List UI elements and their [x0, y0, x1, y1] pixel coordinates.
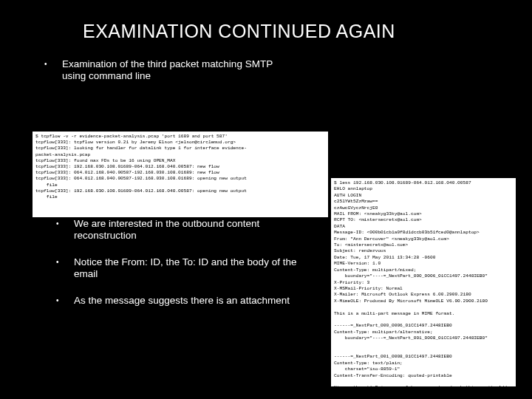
- bullet-dot-icon: •: [56, 256, 74, 268]
- bullet-text: We are interested in the outbound conten…: [74, 218, 310, 242]
- bullet-dot-icon: •: [44, 58, 62, 70]
- bullet-dot-icon: •: [56, 218, 74, 230]
- slide-title: EXAMINATION CONTINUED AGAIN: [0, 0, 532, 42]
- bullet-text: Examination of the third packet matching…: [62, 58, 299, 82]
- bullet-text: As the message suggests there is an atta…: [74, 295, 290, 307]
- bullet-dot-icon: •: [56, 295, 74, 307]
- terminal-output-email: $ less 192.168.030.108.01689-064.012.168…: [331, 178, 516, 386]
- bullet-item: • Examination of the third packet matchi…: [0, 55, 532, 89]
- bullet-text: Notice the From: ID, the To: ID and the …: [74, 256, 310, 280]
- terminal-output-tcpflow: $ tcpflow -v -r evidence-packet-analysis…: [33, 132, 328, 217]
